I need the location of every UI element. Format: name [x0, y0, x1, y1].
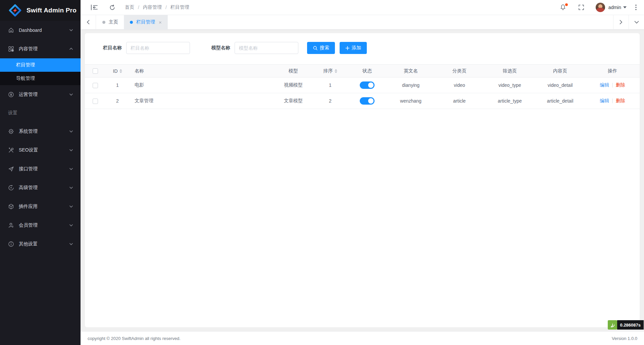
- notification-dot: [565, 3, 568, 6]
- tabs-scroll-right-icon[interactable]: [613, 15, 629, 29]
- more-options-icon[interactable]: [635, 4, 637, 10]
- column-header-content-page: 内容页: [535, 65, 585, 77]
- version-text: Version 1.0.0: [612, 336, 637, 341]
- sidebar-item-column-mgmt[interactable]: 栏目管理: [0, 58, 81, 72]
- refresh-icon[interactable]: [109, 4, 115, 11]
- sidebar-item-nav-mgmt[interactable]: 导航管理: [0, 72, 81, 85]
- breadcrumb-column-mgmt[interactable]: 栏目管理: [170, 4, 189, 10]
- sidebar-item-label: 会员管理: [19, 222, 38, 228]
- tab-bar: 主页 栏目管理 ×: [81, 15, 644, 30]
- sidebar-item-label: 插件应用: [19, 204, 38, 210]
- column-header-en-name: 英文名: [387, 65, 434, 77]
- sort-caret-icon[interactable]: [119, 69, 122, 73]
- column-name-input[interactable]: [126, 42, 190, 54]
- sidebar-section-settings: 设置: [0, 104, 81, 122]
- main-area: 首页 / 内容管理 / 栏目管理 admin: [81, 0, 644, 345]
- column-header-filter-page: 筛选页: [485, 65, 535, 77]
- cell-en-name: wenzhang: [387, 93, 434, 109]
- cell-filter-page: article_type: [485, 93, 535, 109]
- submenu-item-label: 栏目管理: [16, 62, 35, 68]
- yen-icon: [8, 92, 14, 98]
- table-header-row: ID 名称 模型 排序 状态 英文名 分类页 筛选页 内容页 操作: [85, 65, 640, 77]
- chevron-down-icon: [69, 149, 73, 152]
- sidebar-item-system-mgmt[interactable]: 系统管理: [0, 122, 81, 141]
- app-title: Swift Admin Pro: [27, 7, 77, 14]
- delete-link[interactable]: 删除: [616, 98, 625, 103]
- search-button[interactable]: 搜索: [307, 42, 335, 54]
- breadcrumb-separator: /: [138, 5, 139, 10]
- user-avatar[interactable]: [596, 3, 605, 12]
- add-button[interactable]: 添加: [340, 42, 367, 54]
- tab-column-mgmt[interactable]: 栏目管理 ×: [124, 15, 168, 29]
- column-header-model: 模型: [273, 65, 313, 77]
- model-name-input[interactable]: [235, 42, 298, 54]
- sidebar-item-plugins[interactable]: 插件应用: [0, 197, 81, 216]
- cell-sort: 2: [313, 93, 347, 109]
- sidebar-submenu-content: 栏目管理 导航管理: [0, 58, 81, 85]
- row-checkbox[interactable]: [93, 99, 98, 104]
- cell-name: 电影: [129, 77, 273, 93]
- advanced-icon: [8, 185, 14, 191]
- cell-model: 视频模型: [273, 77, 313, 93]
- chevron-down-icon: [69, 29, 73, 32]
- tab-label: 栏目管理: [136, 19, 155, 25]
- sidebar-item-member-mgmt[interactable]: 会员管理: [0, 216, 81, 235]
- tab-label: 主页: [109, 19, 118, 25]
- breadcrumb-content-mgmt[interactable]: 内容管理: [143, 4, 162, 10]
- notification-bell-icon[interactable]: [560, 4, 566, 11]
- sidebar-collapse-icon[interactable]: [91, 4, 98, 10]
- tabs-menu-chevron-icon[interactable]: [629, 15, 644, 29]
- chevron-down-icon: [69, 243, 73, 245]
- gear-icon: [8, 128, 14, 134]
- sidebar-item-dashboard[interactable]: Dashboard: [0, 21, 81, 40]
- home-icon: [8, 27, 14, 33]
- content-card: 栏目名称 模型名称 搜索 添加: [85, 33, 640, 327]
- status-toggle[interactable]: [360, 81, 375, 89]
- breadcrumb-home[interactable]: 首页: [125, 4, 134, 10]
- fullscreen-icon[interactable]: [578, 4, 584, 10]
- columns-table: ID 名称 模型 排序 状态 英文名 分类页 筛选页 内容页 操作: [85, 64, 640, 109]
- cell-model: 文章模型: [273, 93, 313, 109]
- render-time-value: 0.286087s: [617, 320, 644, 330]
- tools-icon: [8, 147, 14, 153]
- sidebar-item-advanced-mgmt[interactable]: 高级管理: [0, 178, 81, 197]
- open-tabs: 主页 栏目管理 ×: [97, 15, 168, 29]
- column-header-status: 状态: [347, 65, 387, 77]
- tab-close-icon[interactable]: ×: [159, 20, 162, 25]
- column-header-id[interactable]: ID: [113, 68, 118, 74]
- column-header-name: 名称: [129, 65, 273, 77]
- plus-icon: [345, 46, 350, 50]
- sidebar-item-seo-settings[interactable]: SEO设置: [0, 141, 81, 160]
- edit-link[interactable]: 编辑: [600, 82, 609, 88]
- sidebar-item-operations-mgmt[interactable]: 运营管理: [0, 85, 81, 104]
- grid-icon: [8, 46, 14, 52]
- sidebar-item-label: 内容管理: [19, 46, 38, 52]
- sidebar-item-content-mgmt[interactable]: 内容管理: [0, 40, 81, 58]
- delete-link[interactable]: 删除: [616, 82, 625, 88]
- sidebar-item-label: SEO设置: [19, 147, 38, 153]
- sidebar-menu: Dashboard 内容管理 栏目管理 导航管理: [0, 21, 81, 345]
- status-toggle[interactable]: [360, 97, 375, 105]
- edit-link[interactable]: 编辑: [600, 98, 609, 103]
- column-name-label: 栏目名称: [103, 45, 122, 51]
- sidebar-item-label: 接口管理: [19, 166, 38, 172]
- tabs-scroll-left-icon[interactable]: [81, 15, 96, 29]
- tab-home[interactable]: 主页: [97, 15, 124, 29]
- sidebar-item-label: 高级管理: [19, 185, 38, 191]
- table-row: 2 文章管理 文章模型 2 wenzhang article article_t…: [85, 93, 640, 109]
- username-label[interactable]: admin: [608, 5, 621, 10]
- logo-diamond-icon: [9, 4, 21, 17]
- user-dropdown-caret-icon[interactable]: [623, 6, 627, 8]
- sidebar-item-api-mgmt[interactable]: 接口管理: [0, 160, 81, 178]
- search-button-label: 搜索: [320, 45, 329, 51]
- column-header-sort[interactable]: 排序: [324, 68, 333, 74]
- sidebar-item-label: 运营管理: [19, 92, 38, 98]
- sidebar-item-other-settings[interactable]: 其他设置: [0, 235, 81, 253]
- search-form: 栏目名称 模型名称 搜索 添加: [85, 33, 640, 54]
- sort-caret-icon[interactable]: [335, 69, 337, 73]
- content-area: 栏目名称 模型名称 搜索 添加: [81, 30, 644, 331]
- app-logo[interactable]: Swift Admin Pro: [0, 0, 81, 21]
- search-icon: [313, 46, 318, 51]
- row-checkbox[interactable]: [93, 83, 98, 88]
- select-all-checkbox[interactable]: [93, 68, 98, 74]
